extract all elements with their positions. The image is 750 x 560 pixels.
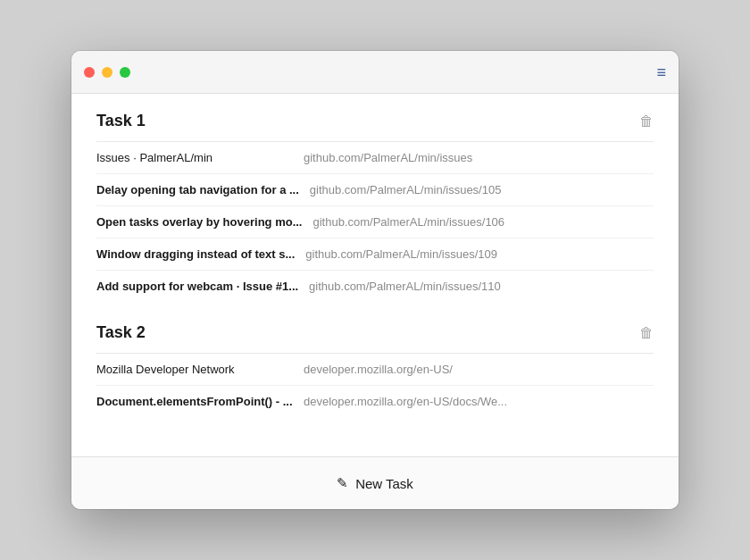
task-delete-button-2[interactable]: 🗑 bbox=[639, 325, 654, 341]
maximize-button[interactable] bbox=[120, 67, 130, 78]
list-item[interactable]: Delay opening tab navigation for a ...gi… bbox=[96, 174, 654, 206]
task-header-2: Task 2🗑 bbox=[96, 323, 654, 342]
titlebar: ≡ bbox=[71, 51, 679, 94]
task-items-1: Issues · PalmerAL/mingithub.com/PalmerAL… bbox=[96, 141, 654, 302]
task-title-1: Task 1 bbox=[96, 112, 146, 130]
minimize-button[interactable] bbox=[102, 67, 112, 78]
item-url: developer.mozilla.org/en-US/ bbox=[304, 363, 453, 376]
item-url: github.com/PalmerAL/min/issues/106 bbox=[312, 215, 504, 229]
task-delete-button-1[interactable]: 🗑 bbox=[639, 113, 654, 130]
new-task-label: New Task bbox=[355, 476, 413, 491]
list-item[interactable]: Add support for webcam · Issue #1...gith… bbox=[96, 271, 654, 302]
list-item[interactable]: Mozilla Developer Networkdeveloper.mozil… bbox=[96, 354, 654, 386]
item-title: Open tasks overlay by hovering mo... bbox=[96, 215, 302, 229]
list-item[interactable]: Issues · PalmerAL/mingithub.com/PalmerAL… bbox=[96, 142, 654, 174]
footer: ✎ New Task bbox=[71, 456, 679, 509]
list-item[interactable]: Document.elementsFromPoint() - ...develo… bbox=[96, 386, 654, 417]
list-item[interactable]: Open tasks overlay by hovering mo...gith… bbox=[96, 206, 654, 238]
task-header-1: Task 1🗑 bbox=[96, 112, 654, 130]
content-area: Task 1🗑Issues · PalmerAL/mingithub.com/P… bbox=[71, 94, 679, 456]
traffic-lights bbox=[84, 67, 130, 78]
task-section-2: Task 2🗑Mozilla Developer Networkdevelope… bbox=[96, 323, 654, 417]
item-title: Document.elementsFromPoint() - ... bbox=[96, 395, 293, 408]
item-url: github.com/PalmerAL/min/issues/110 bbox=[309, 280, 501, 293]
item-url: github.com/PalmerAL/min/issues/105 bbox=[310, 183, 502, 196]
edit-icon: ✎ bbox=[337, 475, 348, 491]
list-item[interactable]: Window dragging instead of text s...gith… bbox=[96, 238, 654, 271]
item-title: Delay opening tab navigation for a ... bbox=[96, 183, 299, 196]
app-window: ≡ Task 1🗑Issues · PalmerAL/mingithub.com… bbox=[71, 51, 679, 509]
menu-icon[interactable]: ≡ bbox=[656, 64, 666, 80]
task-section-1: Task 1🗑Issues · PalmerAL/mingithub.com/P… bbox=[96, 112, 654, 302]
item-url: github.com/PalmerAL/min/issues bbox=[304, 151, 472, 164]
close-button[interactable] bbox=[84, 67, 95, 78]
task-items-2: Mozilla Developer Networkdeveloper.mozil… bbox=[96, 353, 654, 417]
new-task-button[interactable]: ✎ New Task bbox=[329, 472, 421, 495]
task-title-2: Task 2 bbox=[96, 323, 146, 342]
item-url: github.com/PalmerAL/min/issues/109 bbox=[305, 247, 497, 261]
item-title: Add support for webcam · Issue #1... bbox=[96, 280, 298, 293]
item-title: Window dragging instead of text s... bbox=[96, 247, 295, 261]
item-title: Mozilla Developer Network bbox=[96, 363, 293, 376]
item-title: Issues · PalmerAL/min bbox=[96, 151, 293, 164]
item-url: developer.mozilla.org/en-US/docs/We... bbox=[304, 395, 507, 408]
